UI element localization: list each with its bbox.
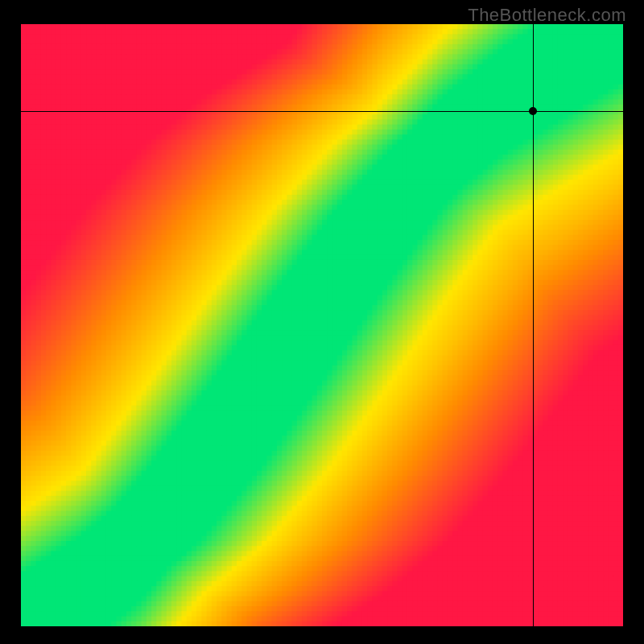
heatmap-canvas [21,24,623,626]
heatmap-plot [21,24,623,626]
watermark-text: TheBottleneck.com [468,5,626,26]
chart-frame: TheBottleneck.com [0,0,644,644]
